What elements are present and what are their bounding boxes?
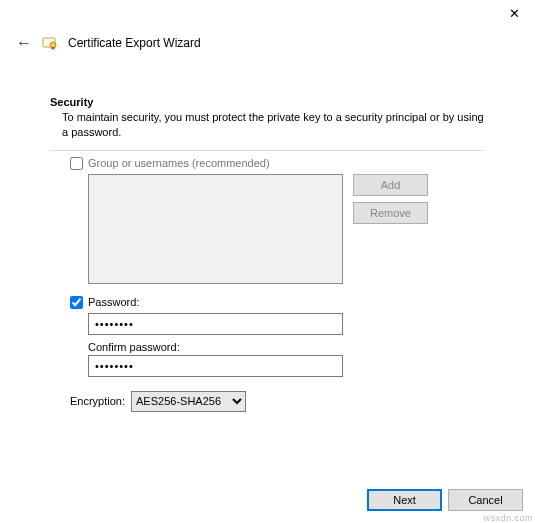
back-arrow-icon[interactable]: ← [16,34,32,52]
wizard-footer: Next Cancel [367,489,523,511]
groups-row: Add Remove [88,174,485,284]
wizard-title: Certificate Export Wizard [68,36,201,50]
form-area: Group or usernames (recommended) Add Rem… [50,157,485,412]
wizard-header: ← Certificate Export Wizard [0,28,535,52]
cancel-button[interactable]: Cancel [448,489,523,511]
confirm-password-label: Confirm password: [88,341,485,353]
confirm-password-input[interactable] [88,355,343,377]
group-usernames-checkbox[interactable] [70,157,83,170]
section-heading-security: Security [50,96,485,108]
certificate-icon [42,35,58,51]
group-usernames-label: Group or usernames (recommended) [88,157,270,169]
encryption-row: Encryption: AES256-SHA256 [70,391,485,412]
watermark: wsxdn.com [483,513,533,523]
next-button[interactable]: Next [367,489,442,511]
content-area: Security To maintain security, you must … [0,52,535,412]
titlebar: ✕ [0,0,535,28]
divider [50,150,485,151]
principals-listbox[interactable] [88,174,343,284]
principals-buttons: Add Remove [353,174,428,284]
password-checkbox-row: Password: [70,296,485,309]
add-button[interactable]: Add [353,174,428,196]
remove-button[interactable]: Remove [353,202,428,224]
group-usernames-row: Group or usernames (recommended) [70,157,485,170]
password-input[interactable] [88,313,343,335]
password-checkbox[interactable] [70,296,83,309]
section-description: To maintain security, you must protect t… [50,108,485,150]
password-checkbox-label: Password: [88,296,139,308]
encryption-label: Encryption: [70,395,125,407]
encryption-select[interactable]: AES256-SHA256 [131,391,246,412]
close-button[interactable]: ✕ [499,4,529,24]
